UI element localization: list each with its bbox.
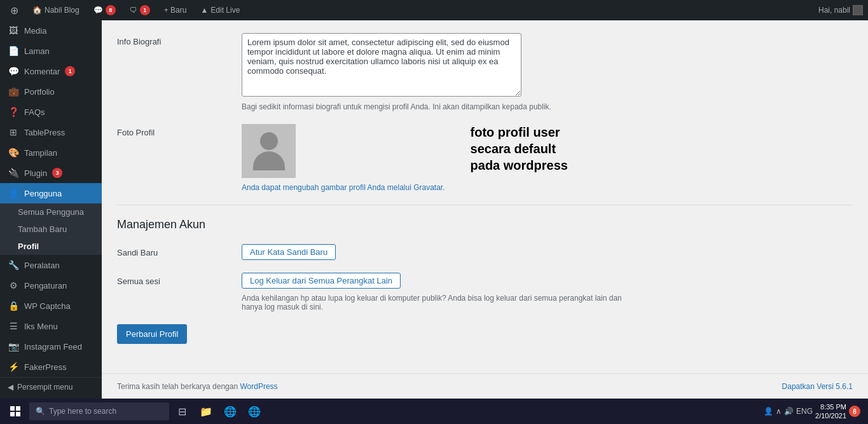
wp-logo-icon: ⊕ (10, 4, 18, 17)
peralatan-icon: 🔧 (8, 260, 19, 270)
speech-icon: 🗨 (130, 6, 137, 15)
sidebar-item-pengaturan[interactable]: ⚙ Pengaturan (0, 275, 102, 296)
greeting-text: Hai, nabil (818, 6, 850, 15)
tablepress-icon: ⊞ (8, 127, 19, 137)
photo-caption-block: foto profil user secara default pada wor… (471, 124, 568, 174)
sidebar-item-tampilan[interactable]: 🎨 Tampilan (0, 142, 102, 163)
avatar-person (253, 132, 285, 170)
save-profile-button[interactable]: Perbarui Profil (117, 324, 187, 344)
bio-form-row: Info Biografi Lorem ipsum dolor sit amet… (117, 33, 853, 111)
profile-photo-wrap: Anda dapat mengubah gambar profil Anda m… (242, 124, 445, 192)
sidebar-item-plugin[interactable]: 🔌 Plugin 3 (0, 163, 102, 183)
photo-form-row: Foto Profil Anda dapat mengubah gambar p… (117, 124, 853, 192)
wp-admin-topbar: ⊕ 🏠 Nabil Blog 💬 8 🗨 1 + Baru ▲ Edit Liv… (0, 0, 868, 20)
session-hint: Anda kehilangan hp atau lupa log keluar … (242, 294, 623, 311)
bio-field-wrap: Lorem ipsum dolor sit amet, consectetur … (242, 33, 853, 111)
fakerpress-icon: ⚡ (8, 362, 19, 372)
app-layout: 🖼 Media 📄 Laman 💬 Komentar 1 💼 Portfolio… (0, 20, 868, 399)
laman-icon: 📄 (8, 46, 19, 56)
save-row: Perbarui Profil (117, 324, 853, 344)
media-icon: 🖼 (8, 25, 19, 36)
photo-caption-line2: secara default (471, 140, 568, 157)
photo-caption-line3: pada wordpress (471, 157, 568, 174)
sidebar-item-wpcaptcha[interactable]: 🔒 WP Captcha (0, 296, 102, 316)
wp-logo[interactable]: ⊕ (5, 0, 24, 20)
main-content: Info Biografi Lorem ipsum dolor sit amet… (102, 20, 868, 399)
wordpress-link[interactable]: WordPress (240, 382, 277, 391)
sidebar-item-portfolio[interactable]: 💼 Portfolio (0, 81, 102, 102)
password-field-wrap: Atur Kata Sandi Baru (242, 244, 853, 260)
wpcaptcha-icon: 🔒 (8, 301, 19, 311)
bio-textarea[interactable]: Lorem ipsum dolor sit amet, consectetur … (242, 33, 521, 97)
session-label: Semua sesi (117, 273, 231, 286)
user-avatar-topbar[interactable] (853, 5, 863, 15)
instagramfeed-icon: 📷 (8, 341, 19, 352)
sidebar-sub-profil[interactable]: Profil (0, 238, 102, 255)
avatar-body (253, 151, 285, 170)
tampilan-icon: 🎨 (8, 147, 19, 158)
sidebar-item-peralatan[interactable]: 🔧 Peralatan (0, 255, 102, 275)
session-form-row: Semua sesi Log Keluar dari Semua Perangk… (117, 273, 853, 311)
pengguna-icon: 👤 (8, 188, 19, 198)
sidebar: 🖼 Media 📄 Laman 💬 Komentar 1 💼 Portfolio… (0, 20, 102, 399)
photo-caption-line1: foto profil user (471, 124, 568, 140)
sidebar-item-faqs[interactable]: ❓ FAQs (0, 102, 102, 122)
session-field-wrap: Log Keluar dari Semua Perangkat Lain And… (242, 273, 853, 311)
gravatar-link[interactable]: Anda dapat mengubah gambar profil Anda m… (242, 183, 445, 192)
account-management-heading: Manajemen Akun (117, 218, 853, 231)
site-name-icon: 🏠 (32, 6, 42, 15)
comments-link[interactable]: 💬 8 (88, 0, 121, 20)
pengguna-submenu: Semua Pengguna Tambah Baru Profil (0, 203, 102, 255)
bio-hint: Bagi sedikit informasi biografi untuk me… (242, 102, 560, 111)
password-form-row: Sandi Baru Atur Kata Sandi Baru (117, 244, 853, 260)
sidebar-item-media[interactable]: 🖼 Media (0, 20, 102, 41)
footer-thanks: Terima kasih telah berkarya dengan WordP… (117, 382, 278, 391)
avatar (242, 124, 296, 178)
sidebar-sub-tambah-baru[interactable]: Tambah Baru (0, 221, 102, 238)
profile-photo-inner: Anda dapat mengubah gambar profil Anda m… (242, 124, 568, 192)
site-name[interactable]: 🏠 Nabil Blog (27, 0, 85, 20)
bio-label: Info Biografi (117, 33, 231, 46)
edit-live[interactable]: ▲ Edit Live (195, 0, 245, 20)
komentar-icon: 💬 (8, 66, 19, 76)
collapse-icon: ◀ (8, 383, 13, 392)
photo-label: Foto Profil (117, 124, 231, 137)
plugin-icon: 🔌 (8, 168, 19, 178)
pengaturan-icon: ⚙ (8, 280, 19, 291)
wp-footer: Terima kasih telah berkarya dengan WordP… (102, 373, 868, 399)
comment-icon: 💬 (93, 6, 103, 15)
sidebar-item-instagramfeed[interactable]: 📷 Instagram Feed (0, 336, 102, 357)
sidebar-item-pengguna[interactable]: 👤 Pengguna (0, 183, 102, 203)
sidebar-item-laman[interactable]: 📄 Laman (0, 41, 102, 61)
sidebar-item-tablepress[interactable]: ⊞ TablePress (0, 122, 102, 142)
portfolio-icon: 💼 (8, 86, 19, 97)
collapse-menu-button[interactable]: ◀ Persempit menu (0, 377, 102, 397)
avatar-head (260, 132, 278, 150)
sidebar-item-iksmenu[interactable]: ☰ Iks Menu (0, 316, 102, 336)
logout-other-button[interactable]: Log Keluar dari Semua Perangkat Lain (242, 273, 401, 289)
divider (117, 205, 853, 205)
iksmenu-icon: ☰ (8, 321, 19, 331)
new-content[interactable]: + Baru (159, 0, 192, 20)
comment-pending[interactable]: 🗨 1 (125, 0, 155, 20)
sidebar-item-fakerpress[interactable]: ⚡ FakerPress (0, 357, 102, 377)
sidebar-item-komentar[interactable]: 💬 Komentar 1 (0, 61, 102, 81)
password-label: Sandi Baru (117, 244, 231, 257)
version-label[interactable]: Dapatkan Versi 5.6.1 (782, 382, 853, 391)
set-password-button[interactable]: Atur Kata Sandi Baru (242, 244, 336, 260)
faqs-icon: ❓ (8, 107, 19, 117)
edit-live-icon: ▲ (200, 6, 208, 15)
sidebar-sub-semua-pengguna[interactable]: Semua Pengguna (0, 203, 102, 221)
